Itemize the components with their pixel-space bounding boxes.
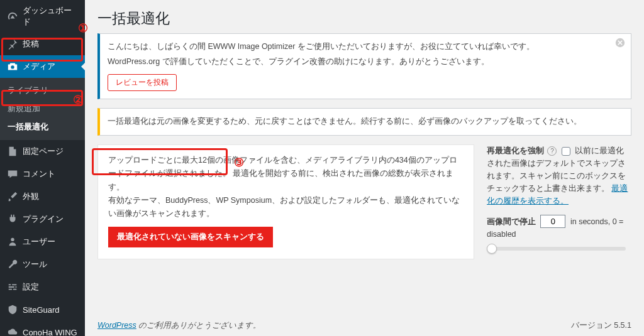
sidebar-item-label: ユーザー (23, 236, 55, 247)
gauge-icon (6, 10, 19, 23)
bubble-icon (6, 168, 19, 180)
sidebar-item-tools[interactable]: ツール (0, 253, 85, 276)
sidebar-item-appearance[interactable]: 外観 (0, 185, 85, 208)
submenu-library[interactable]: ライブラリ (0, 82, 85, 100)
scan-button[interactable]: 最適化されていない画像をスキャンする (108, 227, 273, 247)
sidebar-item-label: 投稿 (23, 38, 39, 50)
close-icon (615, 38, 625, 51)
sidebar-item-dashboard[interactable]: ダッシュボード (0, 0, 85, 33)
sidebar-item-label: 外観 (23, 191, 39, 202)
submenu-bulk-optimize[interactable]: 一括最適化 (0, 118, 85, 136)
pause-label: 画像間で停止 (487, 217, 536, 226)
pause-input[interactable] (540, 215, 565, 228)
help-icon[interactable]: ? (547, 146, 557, 156)
pause-slider[interactable] (487, 247, 626, 251)
file-icon (6, 145, 19, 158)
sidebar-item-plugins[interactable]: プラグイン (0, 208, 85, 230)
person-icon (6, 236, 19, 248)
version-text: バージョン 5.5.1 (571, 320, 631, 331)
media-submenu: ライブラリ 新規追加 一括最適化 (0, 78, 85, 140)
force-reopt-checkbox[interactable] (562, 147, 570, 156)
slider-thumb[interactable] (487, 244, 497, 254)
sidebar-item-media[interactable]: メディア (0, 55, 85, 78)
review-notice-line1: こんにちは、しばらくの間 EWWW Image Optimizer をご使用いた… (108, 40, 606, 53)
sidebar-item-label: 設定 (23, 281, 39, 293)
submenu-add-new[interactable]: 新規追加 (0, 100, 85, 118)
pushpin-icon (6, 38, 19, 50)
review-button[interactable]: レビューを投稿 (108, 74, 177, 91)
page-title: 一括最適化 (97, 0, 631, 33)
sidebar-item-users[interactable]: ユーザー (0, 230, 85, 253)
sidebar-item-label: 固定ページ (23, 146, 64, 157)
main-content: 一括最適化 こんにちは、しばらくの間 EWWW Image Optimizer … (85, 0, 644, 336)
warning-notice: 一括最適化は元の画像を変更するため、元に戻すことはできません。続行する前に、必ず… (97, 108, 631, 136)
sidebar-item-label: メディア (23, 61, 55, 72)
scan-description-1: アップロードごとに最大12個の画像ファイルを含む、メディアライブラリ内の434個… (108, 154, 464, 194)
sidebar-item-comments[interactable]: コメント (0, 163, 85, 185)
review-notice: こんにちは、しばらくの間 EWWW Image Optimizer をご使用いた… (97, 33, 631, 99)
sidebar-item-label: プラグイン (23, 214, 64, 225)
camera-icon (6, 60, 19, 73)
wordpress-link[interactable]: WordPress (97, 321, 136, 330)
warning-text: 一括最適化は元の画像を変更するため、元に戻すことはできません。続行する前に、必ず… (108, 117, 582, 126)
sidebar-item-label: ツール (23, 259, 47, 270)
admin-sidebar: ダッシュボード 投稿 メディア ライブラリ 新規追加 一括最適化 固定ページ コ… (0, 0, 85, 336)
side-panel: 再最適化を強制 ? 以前に最適化された画像はデフォルトでスキップされます。スキャ… (487, 144, 631, 251)
sidebar-item-pages[interactable]: 固定ページ (0, 140, 85, 163)
sidebar-item-label: SiteGuard (23, 305, 60, 315)
wrench-icon (6, 258, 19, 271)
force-reopt-label: 再最適化を強制 (487, 146, 544, 155)
footer: WordPress のご利用ありがとうございます。 バージョン 5.5.1 (97, 320, 631, 331)
footer-thanks: のご利用ありがとうございます。 (136, 321, 261, 330)
sidebar-item-conoha-wing[interactable]: ConoHa WING (0, 321, 85, 336)
shield-icon (6, 303, 19, 316)
brush-icon (6, 190, 19, 203)
sidebar-item-settings[interactable]: 設定 (0, 276, 85, 298)
sidebar-item-label: コメント (23, 168, 55, 180)
dismiss-button[interactable] (613, 38, 627, 51)
scan-card: アップロードごとに最大12個の画像ファイルを含む、メディアライブラリ内の434個… (97, 144, 474, 259)
sidebar-item-posts[interactable]: 投稿 (0, 33, 85, 55)
plug-icon (6, 213, 19, 225)
cloud-icon (6, 326, 19, 336)
svg-point-0 (11, 238, 14, 241)
review-notice-line2: WordPress.org で評価していただくことで、プラグイン改善の助けになり… (108, 55, 606, 68)
scan-description-2: 有効なテーマ、BuddyPress、WP Symposium、および設定したフォ… (108, 194, 464, 221)
sidebar-item-label: ConoHa WING (23, 328, 77, 337)
sidebar-item-label: ダッシュボード (23, 5, 79, 28)
sidebar-item-siteguard[interactable]: SiteGuard (0, 298, 85, 321)
sliders-icon (6, 281, 19, 293)
